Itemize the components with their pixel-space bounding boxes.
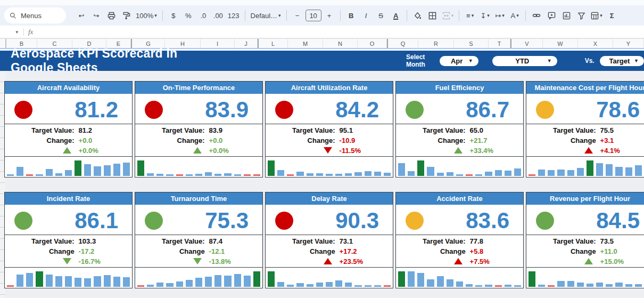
chevron-down-icon: ▾ xyxy=(278,13,281,18)
more-formats-button[interactable]: 123 xyxy=(226,9,241,22)
text-rotation-button[interactable]: A ▾ xyxy=(508,9,522,22)
spark-bar xyxy=(205,277,212,287)
dashboard-banner: Aerospace KPI Scorecard in Google Sheets… xyxy=(0,51,644,71)
change-label: Change: xyxy=(266,136,340,144)
spark-bar xyxy=(615,283,622,287)
name-box-dropdown[interactable]: ▾ xyxy=(0,29,21,35)
strikethrough-button[interactable]: S xyxy=(374,9,388,22)
column-header-T[interactable]: T xyxy=(489,39,510,48)
search-icon xyxy=(10,12,16,19)
sparkline-chart xyxy=(135,157,262,177)
vertical-align-button[interactable]: ↧ ▾ xyxy=(478,9,492,22)
comment-icon xyxy=(548,12,556,20)
kpi-card: Delay Rate 90.3 Target Value: 73.1 Chang… xyxy=(265,192,393,288)
paint-format-button[interactable] xyxy=(119,9,133,22)
target-label: Target Value: xyxy=(266,126,340,134)
compare-dropdown[interactable]: Target ▼ xyxy=(600,56,644,66)
spark-bar xyxy=(84,278,91,287)
trend-arrow-icon xyxy=(324,258,332,264)
merge-cells-button[interactable]: ▾ xyxy=(441,9,456,22)
month-dropdown[interactable]: Apr ▼ xyxy=(440,56,478,66)
decrease-font-size-button[interactable]: − xyxy=(291,9,304,22)
target-label: Target Value: xyxy=(396,237,470,245)
column-header-I[interactable]: I xyxy=(201,39,235,48)
increase-font-size-button[interactable]: + xyxy=(323,9,336,22)
insert-chart-button[interactable] xyxy=(559,9,573,22)
kpi-info-section: Target Value: 73.1 Change +17.2 +23.5% xyxy=(266,235,393,268)
functions-button[interactable]: Σ xyxy=(605,9,619,22)
fill-color-button[interactable] xyxy=(411,9,425,22)
format-percent-button[interactable]: % xyxy=(181,9,195,22)
redo-button[interactable]: ↪ xyxy=(89,9,103,22)
spark-bar xyxy=(365,285,371,287)
spark-bar xyxy=(557,281,564,287)
spark-bar-negative xyxy=(384,285,391,287)
undo-button[interactable]: ↩ xyxy=(75,9,88,22)
decrease-decimal-button[interactable]: .0 xyxy=(196,9,210,22)
column-header-O[interactable]: O xyxy=(358,39,387,48)
change-label: Change xyxy=(396,247,470,255)
zoom-dropdown[interactable]: 100% ▾ xyxy=(134,9,159,22)
font-size-input[interactable]: 10 xyxy=(306,10,321,21)
redo-icon: ↪ xyxy=(94,12,100,20)
column-header-L[interactable]: L xyxy=(259,39,288,48)
spark-bar xyxy=(214,275,221,287)
create-filter-button[interactable] xyxy=(574,9,588,22)
font-dropdown[interactable]: Defaul… ▾ xyxy=(249,9,283,22)
column-header-V[interactable]: V xyxy=(511,39,543,48)
format-currency-button[interactable]: $ xyxy=(167,9,180,22)
trend-arrow-icon xyxy=(454,147,463,154)
increase-decimal-button[interactable]: .00 xyxy=(211,9,225,22)
change-percent: -11.5% xyxy=(340,147,393,155)
spark-bar xyxy=(365,171,371,176)
target-value: 95.1 xyxy=(340,126,393,134)
column-header-W[interactable]: W xyxy=(543,39,578,48)
toolbar-divider xyxy=(459,10,459,21)
column-header-S[interactable]: S xyxy=(454,39,489,48)
spreadsheet-canvas[interactable]: Aircraft Availability 81.2 Target Value:… xyxy=(0,71,644,298)
column-header-X[interactable]: X xyxy=(578,39,613,48)
column-header-J[interactable]: J xyxy=(235,39,258,48)
status-dot xyxy=(14,101,32,119)
row-header-corner[interactable] xyxy=(0,39,6,48)
italic-button[interactable]: I xyxy=(359,9,373,22)
column-header-R[interactable]: R xyxy=(418,39,454,48)
horizontal-align-button[interactable]: ≡ ▾ xyxy=(463,9,477,22)
text-color-button[interactable]: A xyxy=(389,9,403,22)
spark-bar xyxy=(36,174,43,176)
spark-bar-negative xyxy=(287,174,294,176)
column-header-N[interactable]: N xyxy=(323,39,358,48)
period-dropdown[interactable]: YTD ▼ xyxy=(492,56,557,66)
trend-arrow-icon xyxy=(454,258,463,264)
kpi-card: Incident Rate 86.1 Target Value: 103.3 C… xyxy=(4,192,133,288)
menus-search[interactable]: Menus xyxy=(4,7,66,23)
kpi-card: Revenue per Flight Hour 84.5 Target Valu… xyxy=(526,192,644,288)
spark-bar xyxy=(596,163,603,176)
column-header-Y[interactable]: Y xyxy=(613,39,644,48)
kpi-card-row-2: Incident Rate 86.1 Target Value: 103.3 C… xyxy=(4,192,644,288)
spark-bar xyxy=(538,285,545,287)
text-wrap-button[interactable]: ↦ ▾ xyxy=(493,9,507,22)
spark-bar xyxy=(587,284,593,287)
spark-bar xyxy=(398,163,405,176)
table-views-button[interactable]: ▾ xyxy=(589,9,604,22)
kpi-info-section: Target Value: 75.5 Change +3.1 +4.1% xyxy=(526,124,644,157)
spark-bar xyxy=(514,168,521,176)
column-header-M[interactable]: M xyxy=(288,39,323,48)
target-value: 77.8 xyxy=(470,237,523,245)
borders-button[interactable] xyxy=(426,9,440,22)
target-label: Target Value: xyxy=(5,237,79,245)
column-header-Q[interactable]: Q xyxy=(388,39,418,48)
formula-input[interactable] xyxy=(33,26,644,38)
spark-bar xyxy=(408,271,415,287)
kpi-value: 90.3 xyxy=(293,210,383,232)
kpi-card: Aircraft Availability 81.2 Target Value:… xyxy=(4,81,133,178)
print-button[interactable] xyxy=(104,9,118,22)
kpi-title: Aircraft Utilization Rate xyxy=(291,84,368,92)
kpi-title: Incident Rate xyxy=(47,195,90,203)
spark-bar xyxy=(456,174,463,176)
insert-link-button[interactable] xyxy=(530,9,543,22)
spark-bar xyxy=(84,164,91,176)
bold-button[interactable]: B xyxy=(344,9,358,22)
insert-comment-button[interactable] xyxy=(544,9,558,22)
